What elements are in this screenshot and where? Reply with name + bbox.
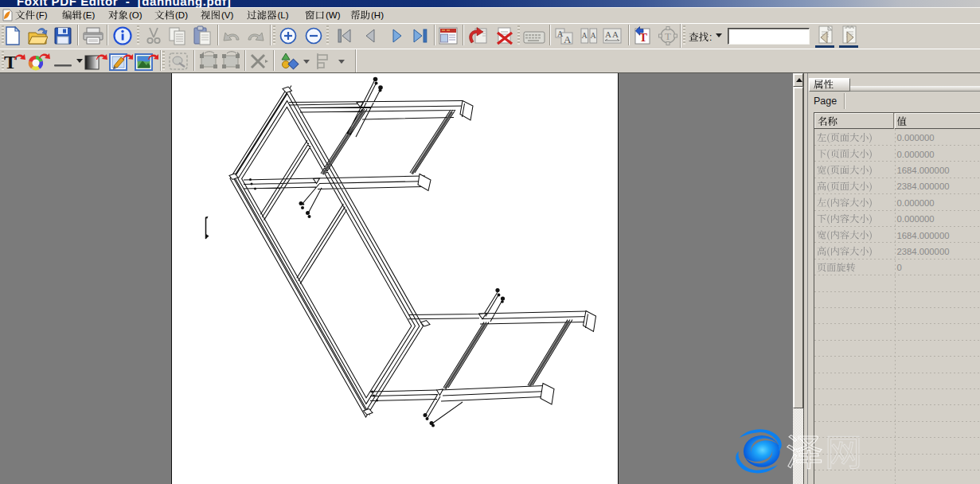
- svg-text:(H): (H): [371, 10, 384, 20]
- svg-text:0.000000: 0.000000: [897, 150, 935, 159]
- svg-text:(F): (F): [36, 10, 48, 20]
- svg-text:(W): (W): [326, 10, 341, 20]
- svg-text:0.000000: 0.000000: [897, 133, 935, 142]
- svg-text::: :: [709, 32, 712, 43]
- svg-text:(D): (D): [175, 10, 188, 20]
- svg-text:0.000000: 0.000000: [897, 214, 935, 224]
- svg-text:1684.000000: 1684.000000: [897, 231, 950, 240]
- svg-text:0: 0: [897, 263, 902, 272]
- svg-text:(V): (V): [221, 10, 234, 20]
- svg-text:(O): (O): [129, 10, 143, 20]
- svg-text:0.000000: 0.000000: [897, 198, 935, 208]
- svg-text:Page: Page: [814, 96, 837, 107]
- svg-text:(L): (L): [278, 10, 289, 20]
- svg-text:1684.000000: 1684.000000: [897, 166, 950, 175]
- svg-text:2384.000000: 2384.000000: [897, 182, 950, 191]
- svg-text:2384.000000: 2384.000000: [897, 247, 950, 256]
- svg-text:(E): (E): [83, 10, 96, 20]
